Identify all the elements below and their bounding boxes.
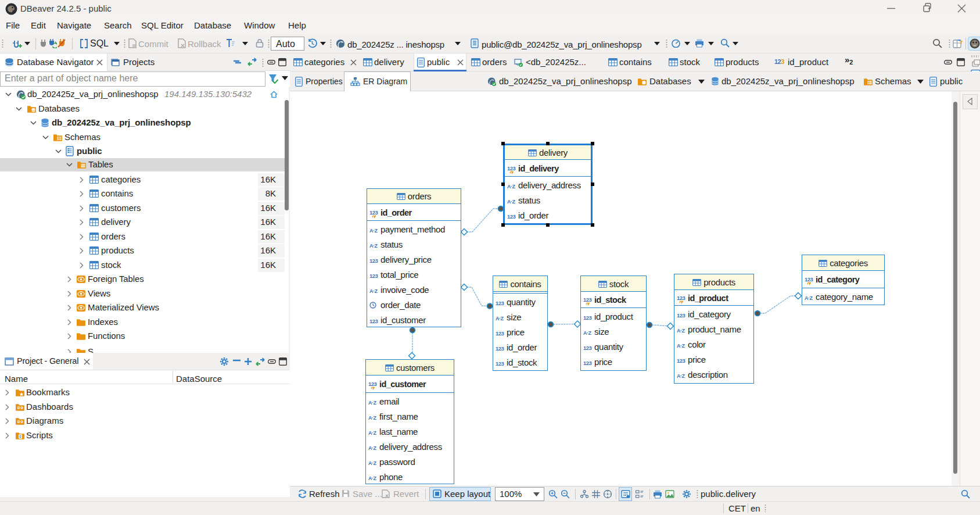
- svg-text:123: 123: [805, 276, 813, 282]
- svg-text:123: 123: [507, 165, 516, 171]
- svg-text:123: 123: [369, 209, 378, 216]
- svg-text:123: 123: [677, 295, 685, 301]
- svg-text:123: 123: [368, 381, 377, 387]
- svg-text:123: 123: [583, 296, 592, 303]
